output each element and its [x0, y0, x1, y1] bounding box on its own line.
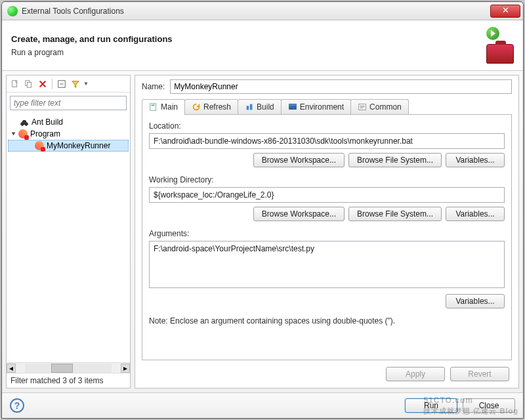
close-dialog-button[interactable]: Close — [463, 398, 515, 413]
browse-workspace-button[interactable]: Browse Workspace... — [253, 153, 345, 167]
app-icon — [7, 6, 18, 16]
tab-label: Build — [257, 102, 274, 112]
scroll-right-arrow[interactable]: ▸ — [121, 364, 130, 373]
environment-icon — [288, 102, 297, 112]
tab-label: Refresh — [203, 102, 231, 112]
variables-button[interactable]: Variables... — [446, 294, 505, 308]
working-dir-label: Working Directory: — [149, 175, 505, 184]
filter-input[interactable] — [10, 96, 127, 110]
location-input[interactable] — [149, 133, 505, 149]
name-label: Name: — [142, 82, 165, 91]
browse-filesystem-button[interactable]: Browse File System... — [348, 153, 442, 167]
svg-rect-4 — [150, 104, 156, 111]
filter-menu-button[interactable] — [70, 78, 81, 90]
header: Create, manage, and run configurations R… — [2, 20, 523, 71]
browse-workspace-button[interactable]: Browse Workspace... — [253, 207, 345, 221]
titlebar[interactable]: External Tools Configurations ✕ — [2, 2, 523, 20]
help-button[interactable]: ? — [10, 398, 24, 413]
scroll-thumb[interactable] — [51, 364, 73, 373]
tab-main[interactable]: Main — [142, 99, 185, 114]
ant-icon — [20, 117, 29, 127]
close-button[interactable]: ✕ — [490, 5, 520, 18]
svg-rect-2 — [27, 82, 31, 87]
program-icon — [18, 129, 28, 138]
new-config-button[interactable] — [9, 78, 21, 90]
dialog-window: External Tools Configurations ✕ Create, … — [1, 1, 524, 419]
program-icon — [35, 141, 44, 150]
tree-label: MyMonkeyRunner — [47, 141, 110, 150]
name-input[interactable] — [170, 79, 512, 94]
right-panel: Name: Main Refresh Build Envi — [135, 75, 519, 388]
svg-rect-6 — [247, 106, 249, 110]
tab-common[interactable]: Common — [350, 99, 409, 114]
build-icon — [245, 102, 254, 112]
tree-label: Ant Build — [32, 117, 63, 127]
footer: ? Run Close — [2, 392, 523, 418]
run-button[interactable]: Run — [405, 398, 457, 413]
collapse-all-button[interactable] — [56, 78, 68, 90]
tree-label: Program — [30, 129, 60, 138]
window-title: External Tools Configurations — [22, 7, 490, 16]
svg-rect-9 — [289, 104, 296, 106]
dropdown-arrow-icon[interactable]: ▼ — [83, 81, 89, 87]
refresh-icon — [192, 102, 201, 112]
svg-rect-0 — [12, 80, 17, 87]
tree-item-program[interactable]: Program — [8, 128, 129, 140]
arguments-label: Arguments: — [149, 229, 505, 238]
toolbox-icon — [486, 44, 514, 64]
apply-button[interactable]: Apply — [386, 367, 445, 381]
tab-main-body: Location: Browse Workspace... Browse Fil… — [142, 115, 512, 360]
tree-item-mymonkeyrunner[interactable]: MyMonkeyRunner — [8, 140, 129, 152]
tab-label: Common — [369, 102, 402, 112]
separator — [52, 79, 52, 89]
name-row: Name: — [142, 79, 512, 94]
header-subtitle: Run a program — [11, 48, 486, 57]
tab-environment[interactable]: Environment — [281, 99, 351, 114]
apply-row: Apply Revert — [142, 360, 512, 384]
main-tab-icon — [149, 102, 158, 112]
svg-rect-7 — [250, 104, 253, 110]
left-panel: ▼ Ant Build Program MyMonkeyRunner — [6, 75, 131, 388]
filter-status: Filter matched 3 of 3 items — [7, 373, 130, 388]
location-button-row: Browse Workspace... Browse File System..… — [149, 153, 505, 167]
common-icon — [358, 102, 367, 112]
working-dir-input[interactable] — [149, 187, 505, 203]
tab-build[interactable]: Build — [238, 99, 282, 114]
browse-filesystem-button[interactable]: Browse File System... — [348, 207, 442, 221]
tab-label: Environment — [300, 102, 344, 112]
variables-button[interactable]: Variables... — [446, 207, 505, 221]
header-heading: Create, manage, and run configurations — [11, 34, 486, 44]
tab-bar: Main Refresh Build Environment Common — [142, 99, 512, 115]
filter-box — [10, 96, 127, 110]
config-tree[interactable]: Ant Build Program MyMonkeyRunner — [7, 114, 130, 362]
workingdir-button-row: Browse Workspace... Browse File System..… — [149, 207, 505, 221]
duplicate-button[interactable] — [23, 78, 35, 90]
delete-button[interactable] — [37, 78, 49, 90]
tab-label: Main — [161, 102, 178, 112]
revert-button[interactable]: Revert — [450, 367, 509, 381]
tab-refresh[interactable]: Refresh — [184, 99, 238, 114]
left-toolbar: ▼ — [7, 75, 130, 93]
run-icon — [486, 27, 499, 40]
scroll-left-arrow[interactable]: ◂ — [7, 364, 16, 373]
variables-button[interactable]: Variables... — [446, 153, 505, 167]
svg-rect-5 — [152, 105, 155, 106]
tree-item-ant-build[interactable]: Ant Build — [8, 116, 129, 128]
horizontal-scrollbar[interactable]: ◂ ▸ — [7, 362, 130, 373]
location-label: Location: — [149, 121, 505, 131]
expander-icon[interactable] — [10, 131, 17, 137]
body: ▼ Ant Build Program MyMonkeyRunner — [2, 71, 523, 392]
arguments-note: Note: Enclose an argument containing spa… — [149, 316, 505, 326]
arguments-button-row: Variables... — [149, 294, 505, 308]
arguments-input[interactable]: F:\android-space\YourProjectName\src\tes… — [149, 241, 505, 288]
